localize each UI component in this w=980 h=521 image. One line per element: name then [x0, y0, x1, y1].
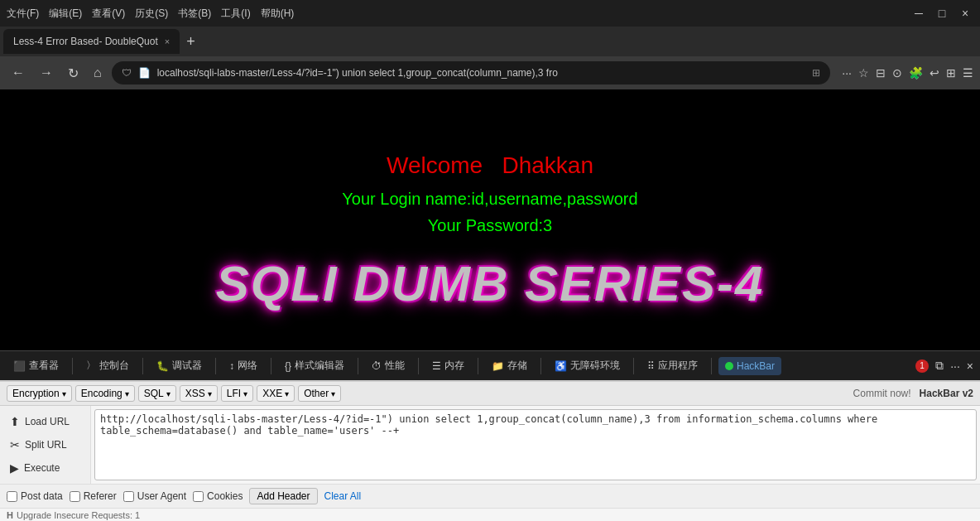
- bottom-label: H: [7, 510, 13, 520]
- perf-icon: ⏱: [372, 360, 382, 372]
- console-label: 控制台: [99, 359, 129, 373]
- user-agent-input[interactable]: [123, 491, 134, 502]
- a11y-label: 无障碍环境: [570, 359, 620, 373]
- separator3: [215, 358, 216, 374]
- memory-icon: ☰: [432, 360, 441, 372]
- devtools-inspector[interactable]: ⬛ 查看器: [7, 355, 65, 376]
- window-controls: ─ □ ×: [910, 7, 973, 20]
- error-badge: 1: [915, 359, 929, 373]
- a11y-icon: ♿: [555, 360, 567, 372]
- xss-menu[interactable]: XSS: [180, 385, 218, 402]
- extensions-icon[interactable]: 🧩: [909, 66, 923, 80]
- new-tab-button[interactable]: +: [180, 33, 202, 51]
- network-icon: ↕: [229, 360, 234, 372]
- hackbar-label: HackBar: [737, 360, 775, 372]
- nav-icons: ··· ☆ ⊟ ⊙ 🧩 ↩ ⊞ ☰: [842, 66, 973, 80]
- tab-close-button[interactable]: ×: [165, 36, 170, 46]
- close-button[interactable]: ×: [957, 7, 973, 20]
- devtools-accessibility[interactable]: ♿ 无障碍环境: [548, 355, 627, 376]
- menu-tools[interactable]: 工具(I): [221, 7, 250, 21]
- home-button[interactable]: ⌂: [89, 62, 107, 84]
- file-icon: 📄: [138, 67, 151, 79]
- storage-label: 存储: [507, 359, 527, 373]
- refresh-button[interactable]: ↻: [63, 62, 84, 84]
- menu-help[interactable]: 帮助(H): [261, 7, 295, 21]
- nav-bar: ← → ↻ ⌂ 🛡 📄 ⊞ ··· ☆ ⊟ ⊙ 🧩 ↩ ⊞ ☰: [0, 56, 980, 89]
- devtools-application[interactable]: ⠿ 应用程序: [641, 355, 704, 376]
- devtools-console[interactable]: 〉 控制台: [79, 355, 136, 376]
- xxe-menu[interactable]: XXE: [257, 385, 295, 402]
- hackbar-body: ⬆ Load URL ✂ Split URL ▶ Execute http://…: [0, 406, 980, 484]
- container-icon[interactable]: ⊙: [892, 66, 902, 80]
- user-agent-label: User Agent: [137, 490, 186, 502]
- devtools-storage[interactable]: 📁 存储: [485, 355, 534, 376]
- execute-icon: ▶: [10, 461, 19, 475]
- back-button[interactable]: ←: [7, 62, 30, 84]
- devtools-performance[interactable]: ⏱ 性能: [365, 355, 411, 376]
- devtools-style-editor[interactable]: {} 样式编辑器: [278, 355, 351, 376]
- post-data-checkbox[interactable]: Post data: [7, 490, 63, 502]
- maximize-button[interactable]: □: [934, 7, 950, 20]
- add-header-button[interactable]: Add Header: [249, 488, 317, 504]
- commit-version: HackBar v2: [920, 388, 973, 399]
- post-data-input[interactable]: [7, 491, 17, 502]
- referer-label: Referer: [84, 490, 117, 502]
- cookies-input[interactable]: [193, 491, 204, 502]
- devtools-close-icon[interactable]: ×: [967, 359, 973, 373]
- other-menu[interactable]: Other: [298, 385, 341, 402]
- url-textarea[interactable]: http://localhost/sqli-labs-master/Less-4…: [94, 409, 977, 480]
- lfi-menu[interactable]: LFI: [221, 385, 253, 402]
- tab-bar: Less-4 Error Based- DoubleQuot × +: [0, 27, 980, 56]
- load-url-button[interactable]: ⬆ Load URL: [3, 411, 87, 432]
- execute-button[interactable]: ▶ Execute: [3, 457, 87, 479]
- qr-icon[interactable]: ⊞: [812, 67, 820, 79]
- referer-input[interactable]: [70, 491, 80, 502]
- split-url-label: Split URL: [25, 439, 67, 451]
- encryption-menu[interactable]: Encryption: [7, 385, 72, 402]
- hackbar-sidebar: ⬆ Load URL ✂ Split URL ▶ Execute: [0, 406, 91, 484]
- address-bar-container: 🛡 📄 ⊞: [112, 61, 831, 84]
- menu-bar[interactable]: 文件(F) 编辑(E) 查看(V) 历史(S) 书签(B) 工具(I) 帮助(H…: [7, 7, 294, 21]
- menu-bookmarks[interactable]: 书签(B): [178, 7, 211, 21]
- referer-checkbox[interactable]: Referer: [70, 490, 117, 502]
- hackbar-toolbar: Encryption Encoding SQL XSS LFI XXE Othe…: [0, 382, 980, 406]
- menu-history[interactable]: 历史(S): [135, 7, 168, 21]
- execute-label: Execute: [24, 462, 60, 474]
- devtools-split-icon[interactable]: ⧉: [935, 359, 944, 373]
- separator2: [142, 358, 143, 374]
- devtools-memory[interactable]: ☰ 内存: [425, 355, 471, 376]
- commit-button[interactable]: Commit now! HackBar v2: [853, 388, 973, 399]
- password-line: Your Password:3: [216, 212, 765, 239]
- perf-label: 性能: [385, 359, 405, 373]
- bookmark-icon[interactable]: ☆: [858, 66, 869, 80]
- customize-icon[interactable]: ⊞: [946, 66, 956, 80]
- memory-label: 内存: [444, 359, 464, 373]
- minimize-button[interactable]: ─: [910, 7, 927, 20]
- devtools-network[interactable]: ↕ 网络: [223, 355, 264, 376]
- network-label: 网络: [238, 359, 257, 373]
- split-url-icon: ✂: [10, 438, 20, 451]
- cookies-checkbox[interactable]: Cookies: [193, 490, 243, 502]
- separator10: [711, 358, 712, 374]
- sql-menu[interactable]: SQL: [138, 385, 176, 402]
- commit-label: Commit now!: [853, 388, 911, 399]
- active-tab[interactable]: Less-4 Error Based- DoubleQuot ×: [3, 29, 180, 54]
- devtools-more-icon[interactable]: ···: [950, 359, 960, 373]
- address-bar[interactable]: [157, 67, 806, 79]
- style-label: 样式编辑器: [295, 359, 344, 373]
- forward-button[interactable]: →: [35, 62, 58, 84]
- clear-all-button[interactable]: Clear All: [324, 490, 362, 502]
- devtools-hackbar[interactable]: HackBar: [718, 357, 781, 375]
- user-agent-checkbox[interactable]: User Agent: [123, 490, 186, 502]
- style-icon: {}: [285, 360, 291, 372]
- overflow-menu-icon[interactable]: ···: [842, 66, 852, 80]
- menu-file[interactable]: 文件(F): [7, 7, 39, 21]
- sidebar-icon[interactable]: ⊟: [876, 66, 886, 80]
- undo-icon[interactable]: ↩: [930, 66, 939, 80]
- menu-view[interactable]: 查看(V): [92, 7, 125, 21]
- menu-edit[interactable]: 编辑(E): [49, 7, 82, 21]
- encoding-menu[interactable]: Encoding: [75, 385, 135, 402]
- devtools-debugger[interactable]: 🐛 调试器: [150, 355, 209, 376]
- more-options-icon[interactable]: ☰: [963, 66, 973, 80]
- split-url-button[interactable]: ✂ Split URL: [3, 434, 87, 456]
